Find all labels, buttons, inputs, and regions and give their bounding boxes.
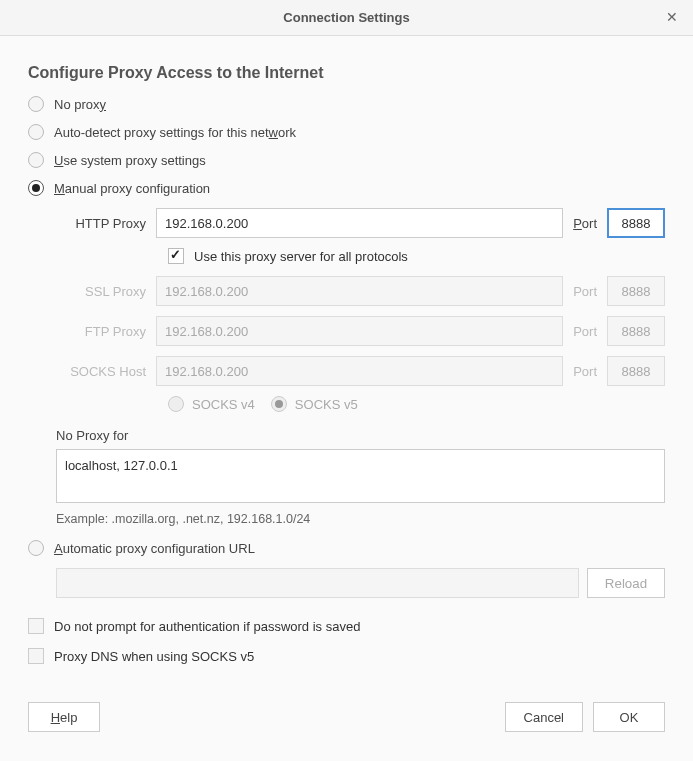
- dialog-footer: Help Cancel OK: [0, 696, 693, 752]
- use-all-protocols-checkbox[interactable]: Use this proxy server for all protocols: [168, 248, 665, 264]
- no-prompt-auth-checkbox[interactable]: Do not prompt for authentication if pass…: [28, 618, 665, 634]
- ftp-proxy-row: FTP Proxy Port: [56, 316, 665, 346]
- help-button[interactable]: Help: [28, 702, 100, 732]
- ok-button[interactable]: OK: [593, 702, 665, 732]
- radio-icon: [28, 180, 44, 196]
- bottom-options: Do not prompt for authentication if pass…: [28, 618, 665, 664]
- checkbox-label: Proxy DNS when using SOCKS v5: [54, 649, 254, 664]
- http-port-input[interactable]: [607, 208, 665, 238]
- http-proxy-row: HTTP Proxy Port: [56, 208, 665, 238]
- proxy-dns-socks5-checkbox[interactable]: Proxy DNS when using SOCKS v5: [28, 648, 665, 664]
- socks-port-label: Port: [573, 364, 597, 379]
- ftp-port-label: Port: [573, 324, 597, 339]
- titlebar: Connection Settings ✕: [0, 0, 693, 36]
- ftp-proxy-input: [156, 316, 563, 346]
- checkbox-label: Use this proxy server for all protocols: [194, 249, 408, 264]
- radio-autodetect[interactable]: Auto-detect proxy settings for this netw…: [28, 124, 665, 140]
- cancel-button[interactable]: Cancel: [505, 702, 583, 732]
- no-proxy-example: Example: .mozilla.org, .net.nz, 192.168.…: [56, 512, 665, 526]
- autoconfig-url-input: [56, 568, 579, 598]
- socks-host-row: SOCKS Host Port: [56, 356, 665, 386]
- radio-label: Manual proxy configuration: [54, 181, 210, 196]
- autoconfig-url-row: Reload: [56, 568, 665, 598]
- radio-label: Use system proxy settings: [54, 153, 206, 168]
- radio-label: No proxy: [54, 97, 106, 112]
- close-icon[interactable]: ✕: [663, 8, 681, 26]
- socks-v5-label: SOCKS v5: [295, 397, 358, 412]
- radio-autoconfig-url[interactable]: Automatic proxy configuration URL: [28, 540, 665, 556]
- radio-socks-v4: [168, 396, 184, 412]
- ssl-port-label: Port: [573, 284, 597, 299]
- socks-v4-label: SOCKS v4: [192, 397, 255, 412]
- socks-port-input: [607, 356, 665, 386]
- ftp-port-input: [607, 316, 665, 346]
- radio-icon: [28, 124, 44, 140]
- radio-label: Auto-detect proxy settings for this netw…: [54, 125, 296, 140]
- reload-button: Reload: [587, 568, 665, 598]
- radio-system-proxy[interactable]: Use system proxy settings: [28, 152, 665, 168]
- http-port-label: Port: [573, 216, 597, 231]
- no-proxy-for-input[interactable]: [56, 449, 665, 503]
- http-proxy-input[interactable]: [156, 208, 563, 238]
- ssl-proxy-row: SSL Proxy Port: [56, 276, 665, 306]
- checkbox-icon: [168, 248, 184, 264]
- socks-version-group: SOCKS v4 SOCKS v5: [168, 396, 665, 412]
- checkbox-icon: [28, 618, 44, 634]
- socks-host-input: [156, 356, 563, 386]
- ssl-proxy-input: [156, 276, 563, 306]
- radio-manual-proxy[interactable]: Manual proxy configuration: [28, 180, 665, 196]
- no-proxy-for-label: No Proxy for: [56, 428, 665, 443]
- radio-socks-v5: [271, 396, 287, 412]
- page-heading: Configure Proxy Access to the Internet: [28, 64, 665, 82]
- window-title: Connection Settings: [283, 10, 409, 25]
- checkbox-label: Do not prompt for authentication if pass…: [54, 619, 360, 634]
- http-proxy-label: HTTP Proxy: [56, 216, 146, 231]
- manual-proxy-section: HTTP Proxy Port Use this proxy server fo…: [56, 208, 665, 412]
- radio-label: Automatic proxy configuration URL: [54, 541, 255, 556]
- socks-host-label: SOCKS Host: [56, 364, 146, 379]
- radio-icon: [28, 152, 44, 168]
- radio-no-proxy[interactable]: No proxy: [28, 96, 665, 112]
- radio-icon: [28, 96, 44, 112]
- dialog-content: Configure Proxy Access to the Internet N…: [0, 36, 693, 696]
- ssl-port-input: [607, 276, 665, 306]
- ssl-proxy-label: SSL Proxy: [56, 284, 146, 299]
- radio-icon: [28, 540, 44, 556]
- ftp-proxy-label: FTP Proxy: [56, 324, 146, 339]
- checkbox-icon: [28, 648, 44, 664]
